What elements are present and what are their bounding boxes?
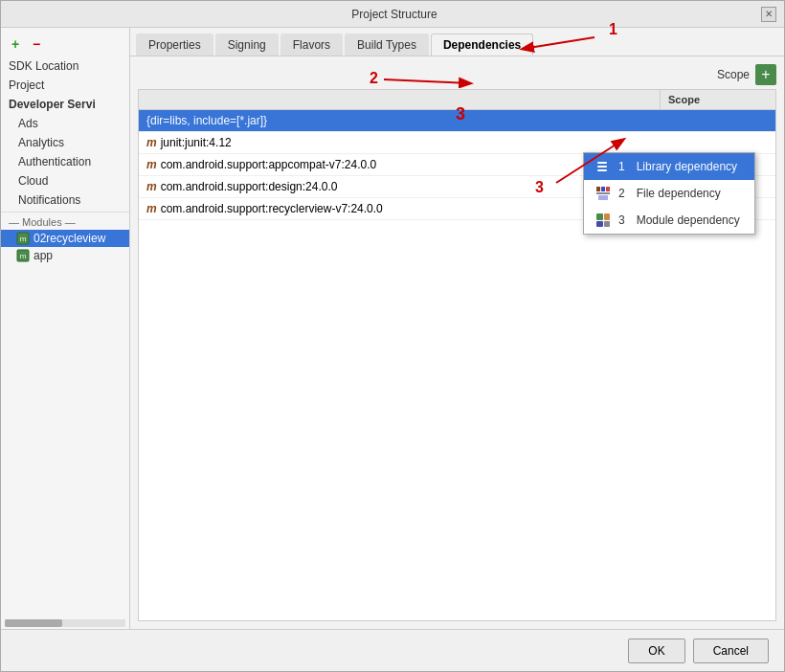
svg-rect-6 bbox=[597, 169, 607, 171]
scope-label: Scope bbox=[717, 68, 750, 81]
sidebar-item-app[interactable]: m app bbox=[1, 247, 129, 264]
row-3-text: com.android.support:appcompat-v7:24.0.0 bbox=[161, 158, 376, 171]
module-dep-icon bbox=[595, 213, 611, 228]
m-icon: m bbox=[146, 136, 157, 149]
svg-rect-14 bbox=[604, 213, 610, 220]
title-bar: Project Structure ✕ bbox=[1, 1, 784, 28]
row-1-text: {dir=libs, include=[*.jar]} bbox=[146, 114, 267, 127]
app-module-label: app bbox=[34, 249, 53, 262]
svg-rect-9 bbox=[606, 187, 610, 191]
library-dependency-option[interactable]: 1 Library dependency bbox=[584, 153, 754, 180]
panel-area: Scope + Scope {dir=libs, include=[*.jar]… bbox=[130, 56, 784, 629]
module-icon: m bbox=[16, 232, 30, 245]
content-area: + − SDK Location Project Developer Servi… bbox=[1, 28, 784, 629]
sidebar-item-notifications[interactable]: Notifications bbox=[1, 190, 129, 210]
row-1-name: {dir=libs, include=[*.jar]} bbox=[139, 110, 661, 131]
sidebar-item-ads[interactable]: Ads bbox=[1, 114, 129, 133]
close-button[interactable]: ✕ bbox=[761, 7, 776, 22]
tab-flavors[interactable]: Flavors bbox=[280, 34, 343, 56]
table-row[interactable]: {dir=libs, include=[*.jar]} bbox=[139, 110, 775, 132]
sidebar-item-project[interactable]: Project bbox=[1, 76, 129, 95]
module-dependency-option[interactable]: 3 Module dependency bbox=[584, 207, 754, 234]
module-dep-label: Module dependency bbox=[637, 213, 740, 227]
m-icon: m bbox=[146, 180, 157, 193]
sidebar-item-authentication[interactable]: Authentication bbox=[1, 152, 129, 171]
row-2-text: junit:junit:4.12 bbox=[161, 136, 232, 149]
library-dep-label: Library dependency bbox=[637, 160, 737, 173]
cancel-button[interactable]: Cancel bbox=[693, 638, 769, 663]
row-4-text: com.android.support:design:24.0.0 bbox=[161, 180, 338, 193]
tab-build-types[interactable]: Build Types bbox=[345, 34, 429, 56]
svg-rect-8 bbox=[601, 187, 605, 191]
svg-rect-7 bbox=[596, 187, 600, 191]
tab-properties[interactable]: Properties bbox=[136, 34, 213, 56]
sidebar: + − SDK Location Project Developer Servi… bbox=[1, 28, 130, 629]
col-name-header bbox=[139, 90, 661, 109]
file-dep-label: File dependency bbox=[637, 187, 721, 200]
sidebar-scrollbar[interactable] bbox=[5, 619, 125, 627]
tabs-bar: Properties Signing Flavors Build Types D… bbox=[130, 28, 784, 56]
row-2-name: m junit:junit:4.12 bbox=[139, 132, 661, 153]
table-header: Scope bbox=[139, 90, 775, 110]
svg-rect-12 bbox=[596, 213, 603, 220]
library-dep-number: 1 bbox=[618, 160, 625, 173]
file-icon bbox=[595, 186, 611, 201]
m-icon: m bbox=[146, 158, 157, 171]
svg-text:m: m bbox=[20, 235, 27, 243]
remove-module-button[interactable]: − bbox=[28, 35, 45, 53]
add-dependency-dropdown: 1 Library dependency bbox=[583, 152, 755, 235]
svg-rect-5 bbox=[597, 166, 607, 168]
project-structure-dialog: Project Structure ✕ + − SDK Location Pro… bbox=[0, 0, 785, 672]
main-area: Properties Signing Flavors Build Types D… bbox=[130, 28, 784, 629]
tab-signing[interactable]: Signing bbox=[215, 34, 279, 56]
table-row[interactable]: m junit:junit:4.12 bbox=[139, 132, 775, 154]
svg-rect-15 bbox=[604, 221, 610, 227]
sidebar-item-developer-services[interactable]: Developer Servi bbox=[1, 95, 129, 114]
row-1-scope bbox=[661, 110, 775, 131]
add-dependency-button[interactable]: + bbox=[755, 64, 776, 85]
tab-dependencies[interactable]: Dependencies bbox=[431, 34, 533, 56]
dialog-title: Project Structure bbox=[28, 8, 761, 21]
sidebar-toolbar: + − bbox=[1, 32, 129, 56]
sidebar-item-analytics[interactable]: Analytics bbox=[1, 133, 129, 152]
file-dependency-option[interactable]: 2 File dependency bbox=[584, 180, 754, 207]
app-module-icon: m bbox=[16, 249, 30, 262]
modules-section-header: — Modules — bbox=[1, 212, 129, 230]
file-dep-number: 2 bbox=[618, 187, 625, 200]
m-icon: m bbox=[146, 202, 157, 215]
module-dep-number: 3 bbox=[618, 213, 625, 227]
svg-rect-11 bbox=[598, 195, 608, 200]
svg-rect-4 bbox=[597, 162, 607, 164]
svg-text:m: m bbox=[20, 252, 27, 260]
svg-rect-13 bbox=[596, 221, 603, 227]
ok-button[interactable]: OK bbox=[628, 638, 684, 663]
add-module-button[interactable]: + bbox=[7, 35, 24, 53]
panel-toolbar: Scope + bbox=[138, 64, 776, 85]
library-icon bbox=[595, 159, 611, 174]
sidebar-item-cloud[interactable]: Cloud bbox=[1, 171, 129, 190]
module-label: 02recycleview bbox=[34, 232, 105, 245]
bottom-bar: OK Cancel bbox=[1, 629, 784, 671]
col-scope-header: Scope bbox=[661, 90, 775, 109]
row-5-text: com.android.support:recyclerview-v7:24.0… bbox=[161, 202, 383, 215]
row-2-scope bbox=[661, 132, 775, 153]
svg-rect-10 bbox=[596, 192, 610, 194]
sidebar-item-02recycleview[interactable]: m 02recycleview bbox=[1, 230, 129, 247]
sidebar-item-sdk-location[interactable]: SDK Location bbox=[1, 56, 129, 76]
